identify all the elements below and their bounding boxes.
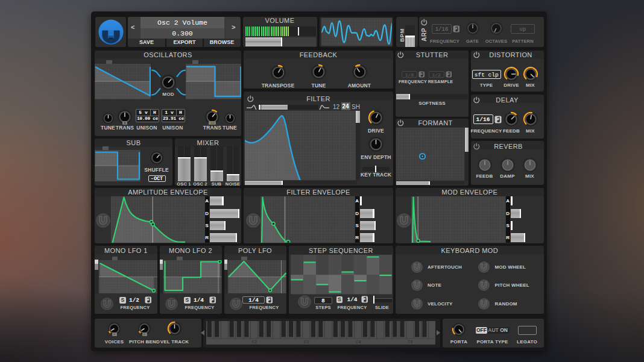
svg-text:C5: C5 [408, 340, 413, 344]
svg-text:C3: C3 [304, 340, 309, 344]
svg-text:C2: C2 [252, 340, 257, 344]
svg-text:C4: C4 [356, 340, 361, 344]
